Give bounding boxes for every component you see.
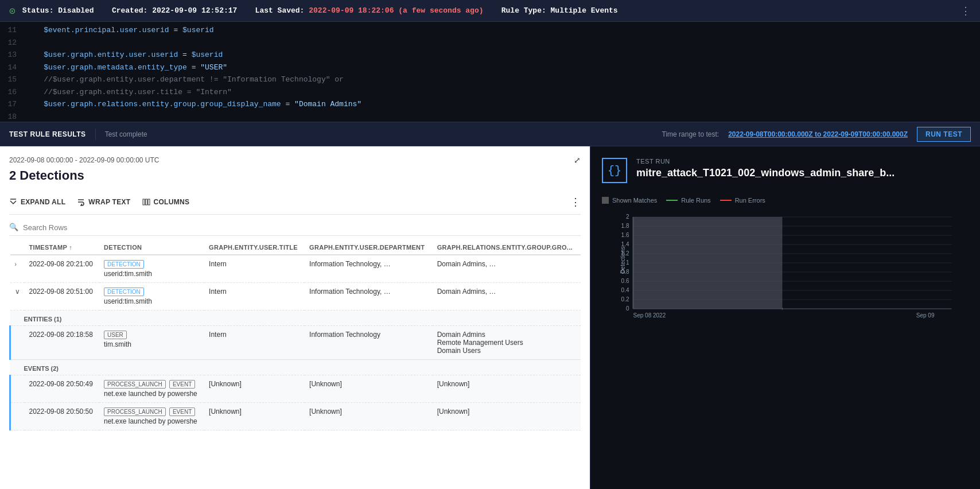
row-timestamp: 2022-09-08 20:51:00 [25,283,100,311]
entity-name: tim.smith [104,340,200,348]
group-1: Domain Admins [437,331,576,339]
legend-errors-swatch [720,200,732,201]
expand-all-button[interactable]: EXPAND ALL [9,198,65,206]
toolbar-more-icon[interactable]: ⋮ [570,196,581,208]
columns-button[interactable]: COLUMNS [142,198,190,206]
y-label-06: 0.6 [621,278,629,284]
events-label: EVENTS (2) [24,360,59,374]
status-bar: ⊙ Status: Disabled Created: 2022-09-09 1… [0,0,980,22]
row-detection: DETECTION userid:tim.smith [99,255,204,283]
detection-id: userid:tim.smith [104,270,200,278]
results-divider [95,129,96,140]
test-run-label: TEST RUN [636,158,895,165]
run-test-button[interactable]: RUN TEST [917,127,971,142]
time-range-label: Time range to test: [662,130,720,138]
svg-rect-0 [143,199,145,205]
event-group: [Unknown] [433,403,581,430]
row-user-title: Intern [204,283,305,311]
code-line-12: 12 [0,37,980,49]
saved-label: Last Saved: [255,6,305,15]
detection-id: userid:tim.smith [104,297,200,305]
test-run-header: {} TEST RUN mitre_attack_T1021_002_windo… [602,158,969,183]
status-label: Status: [22,6,54,15]
json-icon: {} [602,158,627,183]
code-line-16: 16 //$user.graph.entity.user.title = "In… [0,86,980,99]
expand-icon[interactable]: ⤢ [574,156,581,165]
table-row: ∨ 2022-09-08 20:51:00 DETECTION userid:t… [10,283,581,311]
chart-container: 2 1.8 1.6 1.4 1.2 1 0.8 0.6 0.4 0.2 0 De… [602,208,969,323]
results-status: Test complete [105,130,147,138]
search-icon: 🔍 [9,223,18,232]
test-run-info: TEST RUN mitre_attack_T1021_002_windows_… [636,158,895,179]
date-range-text: 2022-09-08 00:00:00 - 2022-09-09 00:00:0… [9,156,160,164]
search-input[interactable] [23,223,581,232]
y-label-2: 2 [626,214,629,220]
svg-rect-1 [145,199,147,205]
event-row: 2022-09-08 20:50:49 PROCESS_LAUNCH EVENT… [10,375,581,403]
row-collapse-button[interactable]: ∨ [15,288,20,296]
entity-group: Domain Admins Remote Management Users Do… [433,326,581,360]
legend-runs: Rule Runs [666,197,710,204]
row-department: Information Technology, … [305,255,433,283]
results-bar-right: Time range to test: 2022-09-08T00:00:00.… [662,127,971,142]
detection-header: 2022-09-08 00:00:00 - 2022-09-09 00:00:0… [9,156,581,183]
event-title: [Unknown] [204,375,305,403]
event-info: PROCESS_LAUNCH EVENT net.exe launched by… [99,403,204,430]
saved-value: 2022-09-09 18:22:06 [309,6,394,15]
event-department: [Unknown] [305,375,433,403]
th-timestamp: TIMESTAMP ↑ [25,240,100,255]
wrap-text-button[interactable]: WRAP TEXT [77,198,130,206]
code-line-14: 14 $user.graph.metadata.entity_type = "U… [0,61,980,74]
event-badge: EVENT [169,380,195,389]
entity-row: 2022-09-08 20:18:58 USER tim.smith Inter… [10,326,581,360]
code-line-18: 18 [0,111,980,123]
row-group: Domain Admins, … [433,255,581,283]
status-value: Disabled [58,6,94,15]
event-timestamp: 2022-09-08 20:50:50 [25,403,100,430]
event-name: net.exe launched by powershe [104,390,200,398]
status-bar-right: ⋮ [960,5,971,17]
event-badge: EVENT [169,408,195,416]
detections-table: TIMESTAMP ↑ DETECTION GRAPH.ENTITY.USER.… [9,240,581,430]
row-detection: DETECTION userid:tim.smith [99,283,204,311]
created-label: Created: [112,6,147,15]
y-label-14: 1.4 [621,241,629,247]
group-2: Remote Management Users [437,339,576,347]
row-user-title: Intern [204,255,305,283]
table-row: › 2022-09-08 20:21:00 DETECTION userid:t… [10,255,581,283]
entities-label: ENTITIES (1) [24,311,62,325]
y-label-04: 0.4 [621,287,629,293]
event-border [10,375,25,403]
menu-dots-icon[interactable]: ⋮ [960,6,971,17]
y-axis-label: Detections [620,246,626,273]
detections-count: 2 Detections [9,168,581,183]
event-department: [Unknown] [305,403,433,430]
y-label-02: 0.2 [621,296,629,302]
x-label-end: Sep 09 [916,312,935,319]
user-badge: USER [104,331,127,339]
chart-svg: 2 1.8 1.6 1.4 1.2 1 0.8 0.6 0.4 0.2 0 De… [602,208,969,323]
group-3: Domain Users [437,347,576,355]
events-header-row: EVENTS (2) [10,360,581,375]
row-expand-button[interactable]: › [15,261,17,267]
event-name: net.exe launched by powershe [104,417,200,425]
test-run-name: mitre_attack_T1021_002_windows_admin_sha… [636,167,895,179]
y-label-16: 1.6 [621,232,629,238]
svg-rect-2 [148,199,150,205]
table-header: TIMESTAMP ↑ DETECTION GRAPH.ENTITY.USER.… [10,240,581,255]
status-icon: ⊙ [9,5,15,17]
process-badge: PROCESS_LAUNCH [104,408,166,416]
created-value: 2022-09-09 12:52:17 [152,6,237,15]
event-group: [Unknown] [433,375,581,403]
entity-title: Intern [204,326,305,360]
search-row: 🔍 [9,219,581,236]
row-department: Information Technology, … [305,283,433,311]
event-title: [Unknown] [204,403,305,430]
rule-type-value: Multiple Events [551,6,618,15]
entity-info: USER tim.smith [99,326,204,360]
process-badge: PROCESS_LAUNCH [104,380,166,389]
entity-department: Information Technology [305,326,433,360]
wrap-text-icon [77,198,85,206]
legend-matches-label: Shown Matches [612,197,657,204]
entities-header-row: ENTITIES (1) [10,311,581,326]
